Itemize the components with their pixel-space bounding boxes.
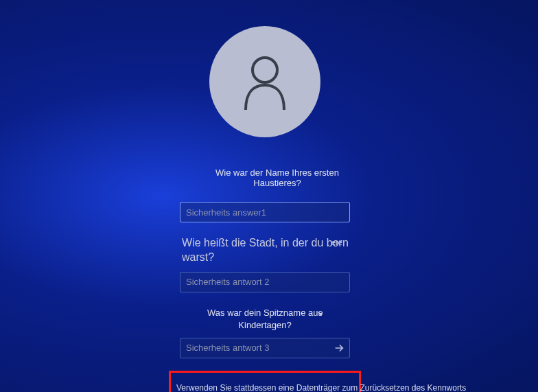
submit-arrow-button[interactable] bbox=[332, 341, 346, 355]
password-reset-disk-link[interactable]: Verwenden Sie stattdessen eine Datenträg… bbox=[176, 383, 466, 392]
arrow-right-icon bbox=[333, 342, 345, 354]
security-answer-2-input[interactable] bbox=[180, 272, 350, 292]
answer-2-row bbox=[180, 272, 350, 292]
security-answer-1-input[interactable] bbox=[180, 202, 350, 222]
svg-point-0 bbox=[253, 58, 277, 82]
security-question-2: Wie heißt die Stadt, in der du born wars… bbox=[182, 236, 352, 265]
password-reset-disk-highlight: Verwenden Sie stattdessen eine Datenträg… bbox=[169, 371, 361, 392]
user-icon bbox=[237, 51, 292, 113]
login-reset-container: Wie war der Name Ihres ersten Haustieres… bbox=[0, 0, 538, 392]
avatar bbox=[209, 26, 320, 137]
answer-1-row bbox=[180, 202, 350, 222]
cursor-hand-icon bbox=[259, 388, 271, 392]
security-question-3: Was war dein Spitzname aus Kindertagen? bbox=[207, 308, 323, 330]
security-answer-3-input[interactable] bbox=[180, 338, 350, 358]
security-question-1: Wie war der Name Ihres ersten Haustieres… bbox=[204, 168, 350, 188]
q2-hint: ere bbox=[331, 238, 342, 247]
answer-3-row bbox=[180, 338, 350, 358]
dropdown-icon bbox=[317, 308, 324, 320]
